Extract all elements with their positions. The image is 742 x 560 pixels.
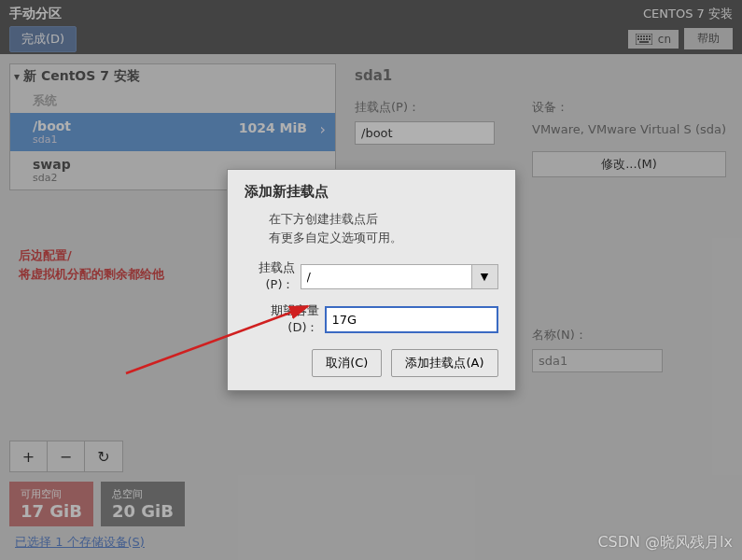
add-mountpoint-dialog: 添加新挂载点 在下方创建挂载点后 有更多自定义选项可用。 挂载点(P)： ▼ 期… xyxy=(227,169,516,391)
dialog-capacity-label: 期望容量(D)： xyxy=(245,302,325,336)
cancel-button[interactable]: 取消(C) xyxy=(312,349,382,377)
chevron-down-icon: ▼ xyxy=(481,271,488,283)
modal-overlay: 添加新挂载点 在下方创建挂载点后 有更多自定义选项可用。 挂载点(P)： ▼ 期… xyxy=(0,0,742,560)
dialog-title: 添加新挂载点 xyxy=(245,183,498,201)
dialog-description: 在下方创建挂载点后 有更多自定义选项可用。 xyxy=(245,210,498,246)
dialog-mount-combo: ▼ xyxy=(301,264,498,289)
add-mountpoint-button[interactable]: 添加挂载点(A) xyxy=(391,349,497,377)
dialog-capacity-input[interactable] xyxy=(325,306,498,333)
dialog-mount-input[interactable] xyxy=(301,264,472,289)
dialog-mount-label: 挂载点(P)： xyxy=(245,259,301,293)
dropdown-button[interactable]: ▼ xyxy=(472,264,498,289)
